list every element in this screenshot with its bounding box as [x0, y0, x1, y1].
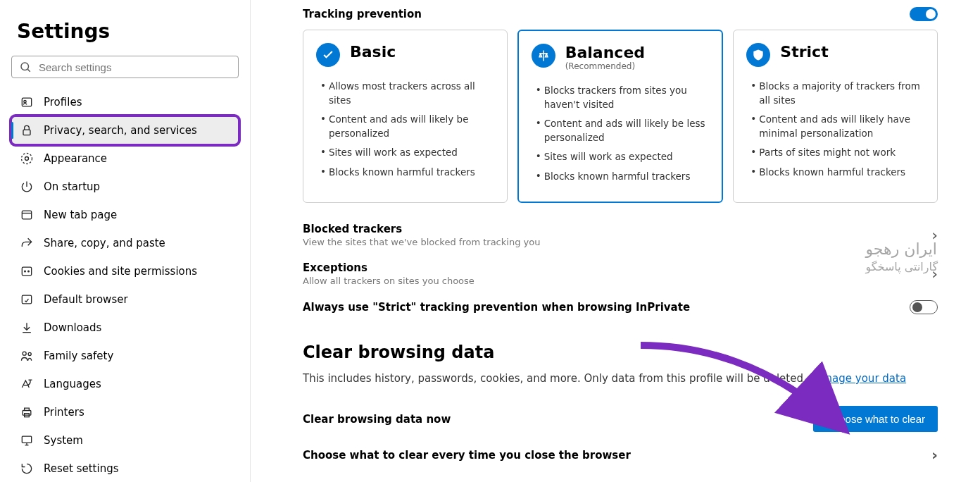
tracking-card-basic[interactable]: BasicAllows most trackers across all sit…	[303, 30, 508, 203]
sidebar-item-label: Share, copy, and paste	[44, 237, 165, 249]
sidebar-item-share-copy-and-paste[interactable]: Share, copy, and paste	[11, 229, 239, 257]
card-title: Balanced	[565, 44, 645, 61]
card-bullet: Parts of sites might not work	[750, 143, 924, 163]
system-icon	[20, 433, 34, 447]
card-bullet: Sites will work as expected	[320, 143, 494, 163]
tracking-prevention-label: Tracking prevention	[303, 8, 422, 20]
svg-point-6	[25, 157, 29, 161]
default-icon	[20, 292, 34, 307]
card-bullet: Blocks known harmful trackers	[320, 163, 494, 183]
choose-what-to-clear-button[interactable]: Choose what to clear	[813, 406, 938, 432]
sidebar-item-label: Reset settings	[44, 462, 119, 475]
svg-rect-11	[22, 295, 31, 304]
sidebar-item-reset-settings[interactable]: Reset settings	[11, 455, 239, 482]
appearance-icon	[20, 152, 34, 166]
clear-browsing-desc: This includes history, passwords, cookie…	[303, 372, 938, 385]
sidebar-item-appearance[interactable]: Appearance	[11, 144, 239, 173]
blocked-trackers-row[interactable]: Blocked trackers View the sites that we'…	[303, 216, 938, 254]
card-bullet: Allows most trackers across all sites	[320, 77, 494, 110]
sidebar-item-label: Profiles	[44, 96, 82, 109]
search-settings[interactable]	[11, 56, 239, 78]
card-bullet: Content and ads will likely be less pers…	[536, 114, 710, 147]
sidebar-item-label: New tab page	[44, 209, 117, 221]
card-icon	[316, 43, 340, 67]
share-icon	[20, 236, 34, 250]
clear-on-close-row[interactable]: Choose what to clear every time you clos…	[303, 439, 938, 471]
lock-icon	[20, 123, 34, 137]
tracking-prevention-toggle[interactable]	[910, 7, 938, 21]
blocked-trackers-sub: View the sites that we've blocked from t…	[303, 237, 540, 247]
profile-icon	[20, 95, 34, 109]
sidebar-item-label: Cookies and site permissions	[44, 265, 197, 278]
tracking-card-balanced[interactable]: Balanced(Recommended)Blocks trackers fro…	[517, 30, 724, 203]
inprivate-strict-label: Always use "Strict" tracking prevention …	[303, 301, 690, 314]
sidebar-item-label: Privacy, search, and services	[44, 124, 197, 137]
card-bullet: Sites will work as expected	[536, 147, 710, 167]
clear-now-label: Clear browsing data now	[303, 413, 451, 426]
clear-browsing-heading: Clear browsing data	[303, 342, 938, 362]
card-icon	[532, 44, 555, 68]
sidebar-item-privacy-search-and-services[interactable]: Privacy, search, and services	[11, 116, 239, 144]
reset-icon	[20, 462, 34, 476]
sidebar-item-label: System	[44, 434, 83, 447]
power-icon	[20, 180, 34, 194]
sidebar-item-label: Default browser	[44, 293, 128, 306]
download-icon	[20, 321, 34, 335]
search-input[interactable]	[39, 61, 231, 73]
svg-line-1	[27, 69, 30, 71]
exceptions-sub: Allow all trackers on sites you choose	[303, 276, 475, 286]
sidebar-item-label: Appearance	[44, 152, 107, 165]
svg-rect-7	[22, 211, 31, 219]
sidebar-item-new-tab-page[interactable]: New tab page	[11, 201, 239, 229]
card-icon	[746, 43, 770, 67]
exceptions-title: Exceptions	[303, 261, 475, 274]
manage-data-link[interactable]: Manage your data	[810, 372, 906, 385]
sidebar-item-default-browser[interactable]: Default browser	[11, 285, 239, 314]
svg-point-9	[25, 271, 26, 272]
svg-rect-14	[23, 411, 31, 416]
family-icon	[20, 349, 34, 363]
svg-rect-16	[22, 436, 31, 443]
chevron-right-icon: ›	[931, 446, 938, 464]
card-bullet: Blocks a majority of trackers from all s…	[750, 77, 924, 110]
inprivate-strict-row: Always use "Strict" tracking prevention …	[303, 293, 938, 321]
sidebar-item-system[interactable]: System	[11, 426, 239, 455]
sidebar-item-printers[interactable]: Printers	[11, 398, 239, 426]
sidebar-item-languages[interactable]: Languages	[11, 370, 239, 398]
svg-point-13	[28, 352, 31, 355]
card-bullet: Blocks known harmful trackers	[750, 163, 924, 183]
chevron-right-icon: ›	[931, 265, 938, 283]
card-bullet: Blocks trackers from sites you haven't v…	[536, 81, 710, 114]
svg-point-0	[21, 63, 29, 70]
sidebar-item-label: Downloads	[44, 321, 101, 334]
svg-rect-8	[22, 267, 31, 276]
sidebar-item-label: On startup	[44, 180, 100, 193]
cookies-icon	[20, 264, 34, 278]
settings-title: Settings	[17, 20, 239, 43]
card-title: Strict	[780, 43, 828, 61]
sidebar-item-cookies-and-site-permissions[interactable]: Cookies and site permissions	[11, 257, 239, 285]
card-bullet: Content and ads will likely be personali…	[320, 110, 494, 143]
svg-point-3	[24, 101, 26, 103]
newtab-icon	[20, 208, 34, 222]
printers-icon	[20, 405, 34, 419]
card-sub: (Recommended)	[565, 61, 645, 71]
svg-point-12	[23, 352, 26, 355]
sidebar-item-on-startup[interactable]: On startup	[11, 173, 239, 201]
search-icon	[19, 61, 32, 73]
inprivate-strict-toggle[interactable]	[910, 300, 938, 314]
clear-on-close-label: Choose what to clear every time you clos…	[303, 449, 631, 462]
exceptions-row[interactable]: Exceptions Allow all trackers on sites y…	[303, 254, 938, 293]
sidebar-item-downloads[interactable]: Downloads	[11, 314, 239, 342]
tracking-card-strict[interactable]: StrictBlocks a majority of trackers from…	[733, 30, 938, 203]
svg-point-5	[22, 154, 32, 164]
svg-rect-4	[23, 130, 30, 135]
card-bullet: Content and ads will likely have minimal…	[750, 110, 924, 143]
sidebar-item-profiles[interactable]: Profiles	[11, 88, 239, 116]
sidebar-item-label: Printers	[44, 406, 84, 419]
languages-icon	[20, 377, 34, 391]
sidebar-item-family-safety[interactable]: Family safety	[11, 342, 239, 370]
blocked-trackers-title: Blocked trackers	[303, 223, 540, 235]
card-title: Basic	[350, 43, 396, 61]
chevron-right-icon: ›	[931, 226, 938, 244]
